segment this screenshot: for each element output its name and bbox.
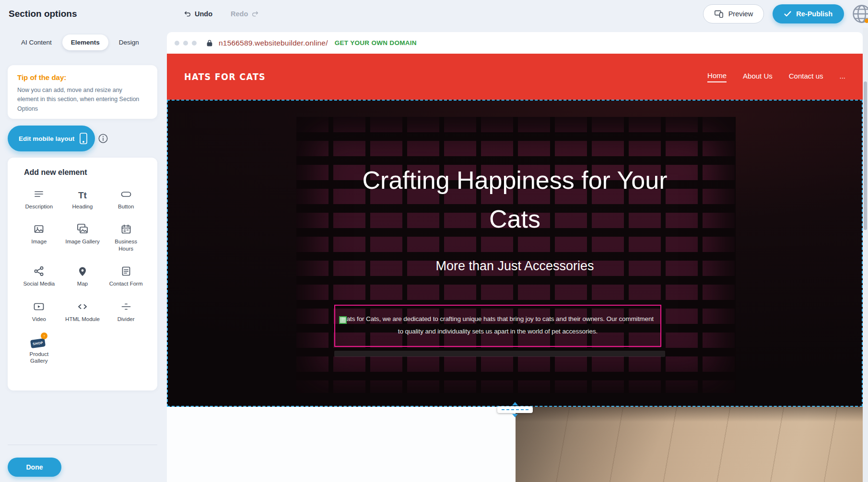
hero-heading[interactable]: Crafting Happiness for Your Cats (168, 161, 862, 239)
nav-home[interactable]: Home (707, 71, 727, 82)
description-icon (33, 186, 45, 200)
nav-more[interactable]: ... (839, 72, 845, 82)
republish-button[interactable]: Re-Publish (773, 4, 844, 23)
element-image-gallery[interactable]: Image Gallery (62, 221, 103, 252)
redo-label: Redo (231, 10, 248, 18)
image-icon (33, 221, 45, 235)
next-section[interactable] (167, 407, 863, 482)
element-divider[interactable]: Divider (106, 299, 147, 322)
nav-contact-us[interactable]: Contact us (789, 72, 823, 82)
tip-heading: Tip of the day: (17, 73, 148, 81)
product-gallery-icon: SHOP ↑ (31, 334, 47, 347)
edit-mobile-label: Edit mobile layout (19, 135, 74, 142)
next-section-content-area (167, 407, 516, 482)
editor-canvas: n1566589.websitebuilder.online/ GET YOUR… (167, 28, 863, 482)
heading-icon: Tt (78, 186, 87, 200)
upgrade-badge-icon: ↑ (41, 333, 47, 339)
tip-body: Now you can add, move and resize any ele… (17, 86, 141, 114)
tab-design[interactable]: Design (110, 34, 148, 50)
info-icon[interactable] (98, 133, 108, 144)
hero-section[interactable]: Crafting Happiness for Your Cats More th… (167, 100, 863, 407)
nav-about-us[interactable]: About Us (743, 72, 773, 82)
selected-text-element[interactable]: Hats for Cats, we are dedicated to craft… (334, 305, 661, 347)
devices-icon (714, 10, 724, 18)
notification-dot (865, 19, 868, 23)
site-nav: Home About Us Contact us ... (707, 71, 845, 82)
arrow-up-icon (512, 402, 518, 405)
element-description[interactable]: Description (18, 186, 59, 210)
business-hours-icon (120, 221, 132, 235)
tab-ai-content[interactable]: AI Content (12, 34, 60, 50)
tip-card: Tip of the day: Now you can add, move an… (8, 65, 157, 119)
sidebar-divider (8, 445, 157, 445)
canvas-scrollbar[interactable] (863, 28, 868, 482)
drag-pill (497, 406, 533, 413)
check-icon (784, 11, 791, 17)
section-resize-handle[interactable] (497, 402, 533, 417)
element-product-gallery[interactable]: SHOP ↑ Product Gallery (18, 334, 59, 365)
add-element-title: Add new element (17, 168, 148, 177)
topbar: Section options Undo Redo (0, 0, 868, 28)
sidebar: AI Content Elements Design Tip of the da… (0, 28, 167, 482)
element-map[interactable]: Map (62, 264, 103, 287)
get-domain-link[interactable]: GET YOUR OWN DOMAIN (335, 39, 417, 46)
site-logo[interactable]: HATS FOR CATS (184, 71, 266, 82)
lock-icon (206, 39, 213, 47)
divider-icon (120, 299, 132, 312)
tab-elements[interactable]: Elements (62, 34, 108, 50)
page-title: Section options (9, 0, 77, 28)
preview-label: Preview (728, 10, 753, 18)
done-button[interactable]: Done (8, 458, 61, 477)
element-image[interactable]: Image (18, 221, 59, 252)
html-module-icon (76, 299, 89, 312)
hero-paragraph: Hats for Cats, we are dedicated to craft… (341, 313, 654, 337)
element-heading[interactable]: Tt Heading (62, 186, 103, 210)
element-contact-form[interactable]: Contact Form (106, 264, 147, 287)
scrollbar-thumb[interactable] (864, 81, 867, 230)
redo-button[interactable]: Redo (231, 10, 259, 18)
contact-form-icon (120, 264, 132, 277)
site-header: HATS FOR CATS Home About Us Contact us .… (167, 54, 863, 100)
element-html-module[interactable]: HTML Module (62, 299, 103, 322)
language-globe-button[interactable] (852, 4, 868, 24)
arrow-down-icon (512, 414, 518, 417)
republish-label: Re-Publish (796, 10, 833, 18)
history-controls: Undo Redo (184, 0, 259, 28)
undo-label: Undo (195, 10, 212, 18)
element-button[interactable]: Button (106, 186, 147, 210)
element-video[interactable]: Video (18, 299, 59, 322)
element-business-hours[interactable]: Business Hours (106, 221, 147, 252)
undo-icon (184, 10, 191, 18)
add-element-panel: Add new element Description Tt Heading B… (8, 158, 157, 390)
phone-icon (79, 132, 88, 145)
hero-subheading[interactable]: More than Just Accessories (168, 259, 862, 274)
undo-button[interactable]: Undo (184, 10, 212, 18)
sidebar-tabs: AI Content Elements Design (12, 34, 148, 50)
preview-button[interactable]: Preview (703, 4, 764, 23)
edit-mobile-layout-button[interactable]: Edit mobile layout (8, 126, 95, 151)
video-icon (33, 299, 45, 312)
window-dot (175, 41, 179, 46)
button-icon (120, 186, 132, 200)
topbar-actions: Preview Re-Publish (703, 4, 844, 23)
shop-badge: SHOP (30, 338, 46, 348)
map-icon (77, 264, 88, 277)
redo-icon (251, 10, 259, 18)
image-gallery-icon (76, 221, 89, 235)
next-section-photo (516, 407, 863, 482)
browser-chrome: n1566589.websitebuilder.online/ GET YOUR… (167, 32, 863, 54)
element-grid: Description Tt Heading Button Image (17, 186, 148, 365)
window-dot (183, 41, 188, 46)
social-media-icon (33, 264, 45, 277)
resize-handle[interactable] (339, 316, 347, 324)
window-dot (192, 41, 197, 46)
element-social-media[interactable]: Social Media (18, 264, 59, 287)
window-controls (175, 41, 197, 46)
element-ghost-bar (334, 351, 665, 357)
site-url: n1566589.websitebuilder.online/ (219, 39, 328, 47)
